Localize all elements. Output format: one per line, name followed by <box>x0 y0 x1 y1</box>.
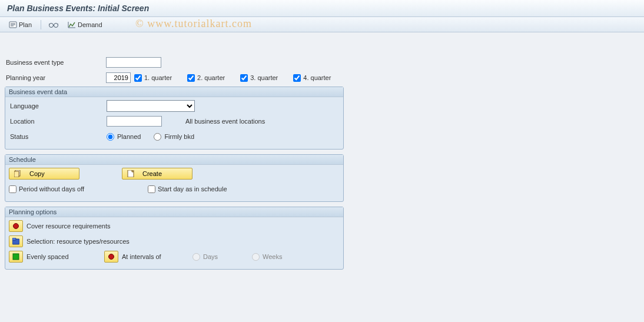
plan-opts-title: Planning options <box>5 207 343 217</box>
page-title: Plan Business Events: Initial Screen <box>0 0 644 17</box>
days-label: Days <box>203 253 218 260</box>
demand-button[interactable]: Demand <box>64 19 107 30</box>
status-planned-label: Planned <box>117 133 141 140</box>
bed-title: Business event data <box>5 87 343 97</box>
red-dot-icon <box>108 253 115 260</box>
start-day-checkbox[interactable] <box>148 185 155 193</box>
q1-checkbox[interactable] <box>134 74 142 82</box>
plan-button[interactable]: Plan <box>5 19 36 30</box>
location-input[interactable] <box>107 116 162 127</box>
glasses-icon <box>48 21 59 28</box>
status-firm-radio-group[interactable]: Firmly bkd <box>154 133 194 141</box>
separator <box>41 20 41 29</box>
green-square-icon <box>12 253 19 260</box>
q2-checkbox-group[interactable]: 2. quarter <box>187 74 225 82</box>
evenly-label: Evenly spaced <box>26 253 104 260</box>
status-planned-radio[interactable] <box>107 133 114 141</box>
toolbar: Plan Demand <box>0 17 644 32</box>
svg-point-4 <box>49 23 54 27</box>
status-planned-radio-group[interactable]: Planned <box>107 133 141 141</box>
schedule-panel: Schedule Copy Create Period without days… <box>5 154 344 202</box>
cover-icon-button[interactable] <box>9 220 23 232</box>
content-area: Business event type Planning year 1. qua… <box>0 32 644 274</box>
status-label: Status <box>9 133 107 140</box>
planning-options-panel: Planning options Cover resource requirem… <box>5 207 344 270</box>
q4-checkbox-group[interactable]: 4. quarter <box>293 74 331 82</box>
intervals-icon-button[interactable] <box>104 251 118 263</box>
planning-year-input[interactable] <box>106 72 131 83</box>
language-label: Language <box>9 102 107 109</box>
svg-point-15 <box>14 224 19 229</box>
schedule-title: Schedule <box>5 155 343 165</box>
evenly-icon-button[interactable] <box>9 251 23 263</box>
start-day-group[interactable]: Start day as in schedule <box>148 185 227 193</box>
start-day-label: Start day as in schedule <box>158 185 227 192</box>
location-hint: All business event locations <box>185 118 265 125</box>
demand-label: Demand <box>78 21 102 28</box>
language-select[interactable] <box>107 100 195 112</box>
svg-rect-17 <box>12 238 16 240</box>
weeks-radio[interactable] <box>252 253 260 261</box>
q1-checkbox-group[interactable]: 1. quarter <box>134 74 172 82</box>
location-label: Location <box>9 118 107 125</box>
create-icon <box>127 170 134 177</box>
plan-label: Plan <box>19 21 32 28</box>
period-off-label: Period without days off <box>19 185 84 192</box>
status-firm-radio[interactable] <box>154 133 161 141</box>
svg-rect-12 <box>14 171 19 177</box>
q2-label: 2. quarter <box>197 74 225 81</box>
q2-checkbox[interactable] <box>187 74 195 82</box>
selection-icon-button[interactable] <box>9 235 23 247</box>
q3-label: 3. quarter <box>250 74 278 81</box>
svg-point-19 <box>109 254 114 260</box>
chart-icon <box>68 21 76 28</box>
business-event-type-input[interactable] <box>106 57 161 68</box>
period-off-checkbox[interactable] <box>9 185 16 193</box>
copy-icon <box>14 170 21 177</box>
copy-label: Copy <box>29 170 45 177</box>
form-icon <box>9 21 17 28</box>
red-dot-icon <box>12 223 19 230</box>
q1-label: 1. quarter <box>144 74 172 81</box>
create-button[interactable]: Create <box>122 168 192 180</box>
cover-label: Cover resource requirements <box>26 223 110 230</box>
business-event-data-panel: Business event data Language Location Al… <box>5 87 344 150</box>
period-off-group[interactable]: Period without days off <box>9 185 84 193</box>
svg-point-5 <box>54 23 58 27</box>
business-event-type-label: Business event type <box>5 59 106 66</box>
glasses-button[interactable] <box>46 19 61 30</box>
intervals-label: At intervals of <box>122 253 192 260</box>
days-radio[interactable] <box>192 253 200 261</box>
create-label: Create <box>142 170 162 177</box>
q4-label: 4. quarter <box>303 74 331 81</box>
folder-icon <box>12 238 19 245</box>
copy-button[interactable]: Copy <box>9 168 79 180</box>
q4-checkbox[interactable] <box>293 74 301 82</box>
q3-checkbox-group[interactable]: 3. quarter <box>240 74 278 82</box>
status-firm-label: Firmly bkd <box>164 133 194 140</box>
weeks-radio-group[interactable]: Weeks <box>252 253 282 261</box>
q3-checkbox[interactable] <box>240 74 248 82</box>
selection-label: Selection: resource types/resources <box>26 238 130 245</box>
weeks-label: Weeks <box>263 253 282 260</box>
days-radio-group[interactable]: Days <box>192 253 218 261</box>
svg-rect-18 <box>13 254 19 260</box>
planning-year-label: Planning year <box>5 74 106 81</box>
